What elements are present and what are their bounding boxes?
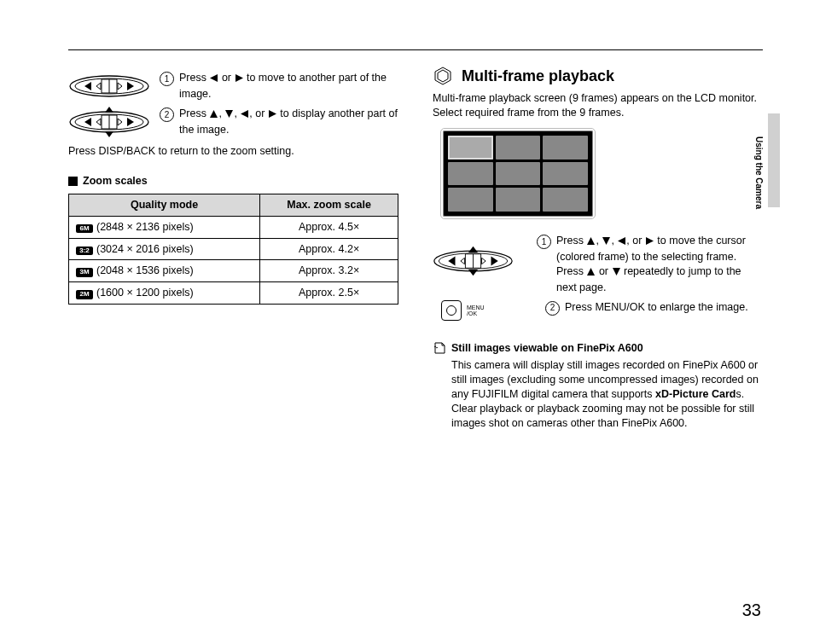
left-arrow-icon xyxy=(240,108,249,123)
disp-back-note: Press DISP/BACK to return to the zoom se… xyxy=(68,144,398,159)
step-number-2: 2 xyxy=(545,301,560,316)
table-row: 6M(2848 × 2136 pixels) Approx. 4.5× xyxy=(69,216,398,238)
manual-page: Using the Camera xyxy=(0,0,814,644)
side-thumb-tab xyxy=(768,113,780,207)
quality-badge: 3:2 xyxy=(76,247,93,256)
svg-marker-4 xyxy=(84,82,91,90)
hex-bullet-icon xyxy=(433,66,453,86)
right-step-1-text: Press , , , or to move the cursor (color… xyxy=(556,234,763,295)
up-arrow-icon xyxy=(209,108,218,123)
step-2-text: Press , , , or to display another part o… xyxy=(179,107,398,137)
up-arrow-icon xyxy=(586,235,596,250)
right-step-2: MENU /OK 2 Press MENU/OK to enlarge the … xyxy=(433,300,763,321)
square-bullet-icon xyxy=(68,177,78,186)
table-row: 3:2(3024 × 2016 pixels) Approx. 4.2× xyxy=(69,238,398,260)
dpad-4way-icon xyxy=(68,107,149,137)
dpad-4way-icon xyxy=(433,234,526,276)
svg-marker-18 xyxy=(96,119,101,125)
step-1-text: Press or to move to another part of the … xyxy=(179,71,398,102)
down-arrow-icon xyxy=(602,235,611,250)
down-arrow-icon xyxy=(224,108,234,123)
svg-marker-14 xyxy=(84,118,91,126)
menu-ok-button-icon: MENU /OK xyxy=(433,300,535,321)
svg-marker-17 xyxy=(105,131,113,137)
svg-marker-6 xyxy=(96,83,101,90)
top-rule xyxy=(68,49,763,50)
note-icon xyxy=(433,341,446,355)
svg-marker-33 xyxy=(468,270,478,276)
svg-marker-15 xyxy=(127,118,134,126)
right-step-1: 1 Press , , , or to move the cursor (col… xyxy=(433,234,763,295)
right-arrow-icon xyxy=(268,108,277,123)
section-heading: Multi-frame playback xyxy=(462,66,614,86)
quality-badge: 3M xyxy=(76,268,93,277)
svg-marker-37 xyxy=(602,237,610,245)
svg-marker-20 xyxy=(210,110,218,118)
svg-marker-39 xyxy=(646,237,654,245)
right-column: Multi-frame playback Multi-frame playbac… xyxy=(433,66,763,431)
right-arrow-icon xyxy=(645,235,654,250)
svg-marker-21 xyxy=(225,110,233,118)
svg-marker-25 xyxy=(438,70,448,82)
col-quality-mode: Quality mode xyxy=(69,194,260,216)
step-2-row: 2 Press , , , or to display another part… xyxy=(68,107,398,137)
svg-marker-23 xyxy=(269,110,276,118)
svg-marker-16 xyxy=(105,107,113,113)
col-max-zoom: Max. zoom scale xyxy=(260,194,398,216)
svg-marker-9 xyxy=(235,74,243,82)
page-number: 33 xyxy=(742,599,761,622)
svg-marker-40 xyxy=(587,268,595,276)
svg-marker-5 xyxy=(127,82,134,90)
tip-heading: Still images viewable on FinePix A600 xyxy=(433,341,763,356)
quality-badge: 6M xyxy=(76,224,93,234)
svg-marker-8 xyxy=(210,74,218,82)
left-arrow-icon xyxy=(617,235,626,250)
multiframe-screenshot xyxy=(441,129,595,218)
svg-marker-38 xyxy=(618,237,625,245)
section-label: Using the Camera xyxy=(753,136,765,209)
table-row: 3M(2048 × 1536 pixels) Approx. 3.2× xyxy=(69,260,398,282)
left-column: 1 Press or to move to another part of th… xyxy=(68,66,398,431)
section-intro: Multi-frame playback screen (9 frames) a… xyxy=(433,91,763,120)
svg-marker-19 xyxy=(118,119,122,125)
svg-marker-30 xyxy=(448,257,455,266)
left-arrow-icon xyxy=(209,73,218,87)
up-arrow-icon xyxy=(586,266,596,281)
dpad-lr-icon xyxy=(68,71,149,102)
zoom-scale-table: Quality mode Max. zoom scale 6M(2848 × 2… xyxy=(68,194,398,305)
quality-badge: 2M xyxy=(76,290,93,299)
step-1-row: 1 Press or to move to another part of th… xyxy=(68,71,398,102)
svg-marker-41 xyxy=(613,268,620,276)
table-row: 2M(1600 × 1200 pixels) Approx. 2.5× xyxy=(69,282,398,305)
svg-marker-31 xyxy=(491,257,498,266)
svg-marker-22 xyxy=(241,110,248,118)
right-arrow-icon xyxy=(235,73,244,87)
step-number-2: 2 xyxy=(160,107,174,122)
svg-marker-7 xyxy=(118,83,122,90)
right-step-2-text: Press MENU/OK to enlarge the image. xyxy=(565,300,748,315)
step-number-1: 1 xyxy=(160,72,174,86)
down-arrow-icon xyxy=(612,266,621,281)
step-number-1: 1 xyxy=(537,235,551,249)
tip-body: This camera will display still images re… xyxy=(451,358,763,430)
zoom-scales-heading: Zoom scales xyxy=(68,174,398,189)
svg-marker-34 xyxy=(461,258,465,264)
svg-marker-32 xyxy=(468,247,478,252)
svg-marker-35 xyxy=(482,258,486,264)
svg-marker-36 xyxy=(587,237,595,245)
